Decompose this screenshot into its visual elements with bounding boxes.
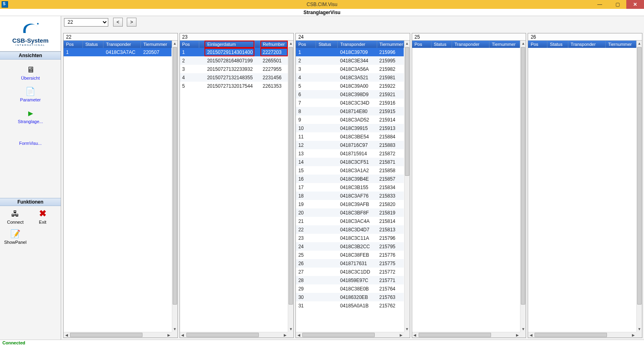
table-cell[interactable] xyxy=(83,48,103,56)
table-cell[interactable] xyxy=(316,251,338,259)
table-cell[interactable]: 1 xyxy=(296,48,316,56)
column-header[interactable]: Pos xyxy=(296,41,316,48)
table-cell[interactable]: 0418C39915 xyxy=(338,124,377,132)
table-cell[interactable] xyxy=(254,56,260,65)
vertical-scrollbar[interactable]: ▲▼ xyxy=(636,41,642,332)
table-cell[interactable]: 215913 xyxy=(377,124,404,132)
table-cell[interactable]: 13 xyxy=(296,149,316,158)
table-row[interactable]: 2201507281648071992265501 xyxy=(180,56,288,65)
table-cell[interactable]: 215858 xyxy=(377,166,404,175)
table-cell[interactable]: 20150727132148355 xyxy=(204,73,254,82)
column-header[interactable]: Tiernummer xyxy=(605,41,636,48)
table-cell[interactable]: 7 xyxy=(296,99,316,107)
data-grid[interactable]: PosStatusTransponderTiernummer10418C3970… xyxy=(296,41,404,310)
table-cell[interactable] xyxy=(254,65,260,73)
table-cell[interactable] xyxy=(316,175,338,183)
table-row[interactable]: 28041859E97C215771 xyxy=(296,276,404,284)
table-row[interactable]: 200418C3BF8F215819 xyxy=(296,208,404,217)
table-cell[interactable] xyxy=(316,158,338,166)
table-cell[interactable]: 215834 xyxy=(377,183,404,192)
table-cell[interactable]: 23 xyxy=(296,234,316,242)
table-cell[interactable]: 215796 xyxy=(377,234,404,242)
table-cell[interactable]: 1 xyxy=(64,48,83,56)
table-row[interactable]: 60418C398D9215921 xyxy=(296,90,404,99)
table-row[interactable]: 270418C3C1DD215772 xyxy=(296,268,404,276)
table-cell[interactable] xyxy=(316,82,338,90)
table-cell[interactable] xyxy=(316,268,338,276)
sidebar-item-overview[interactable]: Übersicht xyxy=(0,64,61,80)
sidebar-func-showpanel[interactable]: ShowPanel xyxy=(2,229,29,245)
sidebar-item-stranglage[interactable]: ▶ Stranglage... xyxy=(0,108,61,124)
horizontal-scrollbar[interactable]: ◀▶ xyxy=(64,332,172,338)
table-cell[interactable]: 04185A0A1B xyxy=(338,301,377,310)
table-cell[interactable]: 11 xyxy=(296,132,316,141)
table-row[interactable]: 130418715914215872 xyxy=(296,149,404,158)
close-button[interactable]: ✕ xyxy=(626,0,644,9)
column-header[interactable]: Pos xyxy=(528,41,547,48)
grid-body[interactable]: PosEinlagerdatumRefnumber120150729114301… xyxy=(180,41,288,332)
table-cell[interactable]: 20 xyxy=(296,208,316,217)
table-cell[interactable]: 215772 xyxy=(377,268,404,276)
table-cell[interactable]: 24 xyxy=(296,242,316,251)
table-cell[interactable]: 215915 xyxy=(377,107,404,115)
table-cell[interactable]: 215833 xyxy=(377,192,404,200)
prev-button[interactable]: < xyxy=(113,18,123,27)
table-cell[interactable] xyxy=(316,141,338,149)
table-cell[interactable] xyxy=(316,200,338,208)
table-cell[interactable]: 18 xyxy=(296,192,316,200)
column-header[interactable]: Pos xyxy=(180,41,199,48)
table-cell[interactable]: 215982 xyxy=(377,65,404,73)
table-cell[interactable]: 215814 xyxy=(377,217,404,225)
table-cell[interactable]: 0418716C97 xyxy=(338,141,377,149)
column-header[interactable]: Transponder xyxy=(568,41,605,48)
table-cell[interactable]: 2227955 xyxy=(260,65,288,73)
table-cell[interactable]: 2265501 xyxy=(260,56,288,65)
table-row[interactable]: 4201507271321483552231456 xyxy=(180,73,288,82)
column-header[interactable] xyxy=(199,41,204,48)
table-row[interactable]: 3004186320EB215763 xyxy=(296,293,404,301)
table-cell[interactable] xyxy=(199,73,204,82)
table-row[interactable]: 290418C38E0B215764 xyxy=(296,284,404,293)
table-cell[interactable] xyxy=(199,56,204,65)
table-cell[interactable]: 10 xyxy=(296,124,316,132)
table-cell[interactable]: 215820 xyxy=(377,200,404,208)
table-row[interactable]: 30418C3A56A215982 xyxy=(296,65,404,73)
vertical-scrollbar[interactable]: ▲▼ xyxy=(404,41,410,332)
table-cell[interactable]: 215775 xyxy=(377,259,404,268)
table-cell[interactable] xyxy=(316,242,338,251)
table-cell[interactable] xyxy=(316,259,338,268)
table-cell[interactable]: 0418C3AF76 xyxy=(338,192,377,200)
table-row[interactable]: 3201507271322339322227955 xyxy=(180,65,288,73)
table-cell[interactable]: 215995 xyxy=(377,56,404,65)
table-cell[interactable]: 5 xyxy=(180,82,199,90)
table-cell[interactable] xyxy=(316,301,338,310)
table-cell[interactable] xyxy=(199,48,204,56)
table-cell[interactable]: 0418C3A1A2 xyxy=(338,166,377,175)
table-row[interactable]: 40418C3A521215981 xyxy=(296,73,404,82)
sidebar-item-parameter[interactable]: Parameter xyxy=(0,86,61,102)
table-cell[interactable]: 0418C3AD52 xyxy=(338,115,377,124)
table-cell[interactable]: 215872 xyxy=(377,149,404,158)
sidebar-func-exit[interactable]: ✖ Exit xyxy=(29,208,56,224)
column-header[interactable]: Pos xyxy=(64,41,83,48)
table-cell[interactable]: 27 xyxy=(296,268,316,276)
table-cell[interactable]: 041859E97C xyxy=(338,276,377,284)
table-cell[interactable]: 220507 xyxy=(141,48,171,56)
table-cell[interactable]: 0418C398D9 xyxy=(338,90,377,99)
table-row[interactable]: 5201507271320175442261353 xyxy=(180,82,288,90)
table-cell[interactable]: 215819 xyxy=(377,208,404,217)
data-grid[interactable]: PosEinlagerdatumRefnumber120150729114301… xyxy=(180,41,288,90)
horizontal-scrollbar[interactable]: ◀▶ xyxy=(180,332,288,338)
table-cell[interactable] xyxy=(316,124,338,132)
vertical-scrollbar[interactable]: ▲▼ xyxy=(288,41,293,332)
table-row[interactable]: 20418C3E344215995 xyxy=(296,56,404,65)
table-cell[interactable]: 215884 xyxy=(377,132,404,141)
table-row[interactable]: 170418C3B155215834 xyxy=(296,183,404,192)
table-row[interactable]: 90418C3AD52215914 xyxy=(296,115,404,124)
table-cell[interactable]: 215981 xyxy=(377,73,404,82)
horizontal-scrollbar[interactable]: ◀▶ xyxy=(296,332,404,338)
table-cell[interactable]: 0418714E80 xyxy=(338,107,377,115)
table-cell[interactable]: 215776 xyxy=(377,251,404,259)
data-grid[interactable]: PosStatusTransponderTiernummer xyxy=(528,41,636,48)
grid-body[interactable]: PosStatusTransponderTiernummer10418C3970… xyxy=(296,41,404,332)
